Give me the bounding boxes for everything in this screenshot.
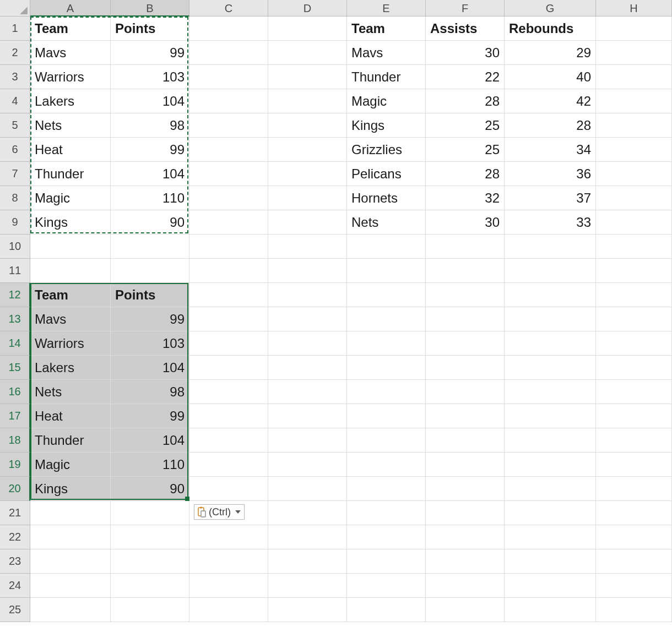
row-header-10[interactable]: 10 <box>0 235 30 259</box>
cell-D11[interactable] <box>268 259 347 283</box>
cell-B11[interactable] <box>111 259 189 283</box>
cell-D5[interactable] <box>268 113 347 138</box>
cell-B21[interactable] <box>111 501 189 525</box>
cell-G5[interactable]: 28 <box>505 113 596 138</box>
cell-H11[interactable] <box>596 259 672 283</box>
cell-G25[interactable] <box>505 598 596 622</box>
cell-A11[interactable] <box>30 259 111 283</box>
cell-D17[interactable] <box>268 404 347 428</box>
cell-D9[interactable] <box>268 210 347 235</box>
cell-F8[interactable]: 32 <box>426 186 505 210</box>
cell-G23[interactable] <box>505 549 596 574</box>
cell-H3[interactable] <box>596 65 672 89</box>
cell-H19[interactable] <box>596 453 672 477</box>
cell-F5[interactable]: 25 <box>426 113 505 138</box>
cell-H12[interactable] <box>596 283 672 307</box>
cell-F19[interactable] <box>426 453 505 477</box>
cell-D1[interactable] <box>268 17 347 41</box>
cell-H20[interactable] <box>596 477 672 501</box>
cell-G9[interactable]: 33 <box>505 210 596 235</box>
cell-G15[interactable] <box>505 356 596 380</box>
cell-G14[interactable] <box>505 331 596 356</box>
cell-C18[interactable] <box>189 428 268 453</box>
row-header-24[interactable]: 24 <box>0 574 30 598</box>
cell-G18[interactable] <box>505 428 596 453</box>
cell-G10[interactable] <box>505 235 596 259</box>
cell-F12[interactable] <box>426 283 505 307</box>
cell-C14[interactable] <box>189 331 268 356</box>
cell-F18[interactable] <box>426 428 505 453</box>
cell-B19[interactable]: 110 <box>111 453 189 477</box>
row-header-21[interactable]: 21 <box>0 501 30 525</box>
cell-E24[interactable] <box>347 574 426 598</box>
cell-D14[interactable] <box>268 331 347 356</box>
cell-D4[interactable] <box>268 89 347 113</box>
cell-B9[interactable]: 90 <box>111 210 189 235</box>
cell-A24[interactable] <box>30 574 111 598</box>
row-header-20[interactable]: 20 <box>0 477 30 501</box>
cell-G11[interactable] <box>505 259 596 283</box>
cell-E1[interactable]: Team <box>347 17 426 41</box>
cell-A16[interactable]: Nets <box>30 380 111 404</box>
cell-B3[interactable]: 103 <box>111 65 189 89</box>
cell-E19[interactable] <box>347 453 426 477</box>
cell-B22[interactable] <box>111 525 189 549</box>
cell-E10[interactable] <box>347 235 426 259</box>
cell-A23[interactable] <box>30 549 111 574</box>
cell-F10[interactable] <box>426 235 505 259</box>
cell-C2[interactable] <box>189 41 268 65</box>
cell-B13[interactable]: 99 <box>111 307 189 331</box>
cell-C17[interactable] <box>189 404 268 428</box>
cell-F13[interactable] <box>426 307 505 331</box>
cell-B8[interactable]: 110 <box>111 186 189 210</box>
cell-A7[interactable]: Thunder <box>30 162 111 186</box>
cell-grid[interactable]: TeamPointsTeamAssistsReboundsMavs99Mavs3… <box>30 17 672 622</box>
cell-D8[interactable] <box>268 186 347 210</box>
cell-E3[interactable]: Thunder <box>347 65 426 89</box>
cell-E20[interactable] <box>347 477 426 501</box>
cell-C15[interactable] <box>189 356 268 380</box>
row-header-9[interactable]: 9 <box>0 210 30 235</box>
cell-H18[interactable] <box>596 428 672 453</box>
row-header-15[interactable]: 15 <box>0 356 30 380</box>
cell-D12[interactable] <box>268 283 347 307</box>
row-header-22[interactable]: 22 <box>0 525 30 549</box>
cell-H21[interactable] <box>596 501 672 525</box>
cell-H7[interactable] <box>596 162 672 186</box>
cell-C5[interactable] <box>189 113 268 138</box>
cell-G20[interactable] <box>505 477 596 501</box>
cell-B17[interactable]: 99 <box>111 404 189 428</box>
cell-D19[interactable] <box>268 453 347 477</box>
cell-B12[interactable]: Points <box>111 283 189 307</box>
cell-H1[interactable] <box>596 17 672 41</box>
cell-C7[interactable] <box>189 162 268 186</box>
cell-A9[interactable]: Kings <box>30 210 111 235</box>
cell-G4[interactable]: 42 <box>505 89 596 113</box>
cell-A12[interactable]: Team <box>30 283 111 307</box>
cell-B24[interactable] <box>111 574 189 598</box>
cell-F3[interactable]: 22 <box>426 65 505 89</box>
row-header-11[interactable]: 11 <box>0 259 30 283</box>
cell-H17[interactable] <box>596 404 672 428</box>
cell-F9[interactable]: 30 <box>426 210 505 235</box>
cell-D2[interactable] <box>268 41 347 65</box>
cell-D13[interactable] <box>268 307 347 331</box>
cell-A6[interactable]: Heat <box>30 138 111 162</box>
cell-E14[interactable] <box>347 331 426 356</box>
cell-G13[interactable] <box>505 307 596 331</box>
cell-C13[interactable] <box>189 307 268 331</box>
cell-H22[interactable] <box>596 525 672 549</box>
column-headers[interactable]: ABCDEFGH <box>30 0 672 17</box>
cell-A18[interactable]: Thunder <box>30 428 111 453</box>
column-header-F[interactable]: F <box>426 0 505 17</box>
cell-G21[interactable] <box>505 501 596 525</box>
cell-D25[interactable] <box>268 598 347 622</box>
column-header-E[interactable]: E <box>347 0 426 17</box>
cell-C12[interactable] <box>189 283 268 307</box>
cell-F15[interactable] <box>426 356 505 380</box>
row-header-3[interactable]: 3 <box>0 65 30 89</box>
cell-A17[interactable]: Heat <box>30 404 111 428</box>
cell-G6[interactable]: 34 <box>505 138 596 162</box>
cell-B6[interactable]: 99 <box>111 138 189 162</box>
cell-G19[interactable] <box>505 453 596 477</box>
